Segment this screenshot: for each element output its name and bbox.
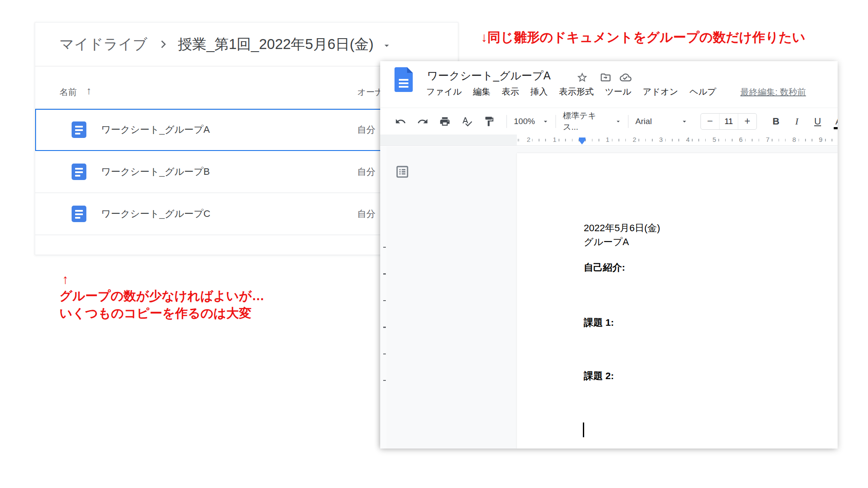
file-owner: 自分 (357, 166, 375, 178)
document-canvas-area: 2022年5月6日(金) グループA 自己紹介: 課題 1: 課題 2: (386, 146, 838, 449)
google-docs-window: ワークシート_グループA ファイル編集表示挿入表示形式ツールアドオンヘルプ 最終… (380, 61, 838, 449)
docs-menubar: ファイル編集表示挿入表示形式ツールアドオンヘルプ (426, 86, 716, 98)
vertical-ruler[interactable] (380, 146, 386, 449)
font-size-stepper: − 11 + (700, 113, 757, 130)
ruler-number: 1 (551, 136, 558, 143)
font-family-select[interactable]: Arial (635, 117, 688, 126)
annotation-top: ↓同じ雛形のドキュメントをグループの数だけ作りたい (481, 29, 806, 46)
document-outline-icon[interactable] (395, 164, 410, 179)
cloud-saved-icon[interactable] (620, 72, 631, 83)
breadcrumb-current-folder[interactable]: 授業_第1回_2022年5月6日(金) (178, 35, 374, 54)
annotation-up-arrow: ↑ (62, 272, 264, 287)
doc-text-task2: 課題 2: (584, 370, 614, 383)
menu-item[interactable]: ファイル (426, 86, 462, 98)
doc-text-date: 2022年5月6日(金) (584, 222, 660, 235)
zoom-select[interactable]: 100% (514, 117, 549, 126)
spellcheck-icon[interactable] (461, 116, 473, 127)
ruler-number: 6 (737, 136, 744, 143)
ruler-ticks (517, 139, 838, 141)
file-name: ワークシート_グループA (101, 123, 210, 136)
google-docs-file-icon (72, 121, 86, 138)
ruler-number: 5 (711, 136, 718, 143)
menu-item[interactable]: 挿入 (530, 86, 548, 98)
indent-marker-icon[interactable] (579, 138, 585, 144)
doc-text-self-intro: 自己紹介: (584, 261, 625, 274)
doc-text-task1: 課題 1: (584, 316, 614, 329)
ruler-number: 9 (817, 136, 824, 143)
last-edit-link[interactable]: 最終編集: 数秒前 (740, 86, 806, 98)
caret-down-icon (681, 118, 688, 125)
toolbar-divider (628, 115, 628, 128)
menu-item[interactable]: ツール (605, 86, 631, 98)
file-owner: 自分 (357, 208, 375, 220)
caret-down-icon (615, 118, 622, 125)
decrease-font-size-button[interactable]: − (701, 115, 719, 127)
breadcrumb-my-drive[interactable]: マイドライブ (59, 35, 148, 54)
undo-icon[interactable] (395, 116, 406, 127)
ruler-number: 2 (631, 136, 638, 143)
vertical-ruler-ticks (383, 247, 386, 382)
font-size-value[interactable]: 11 (719, 114, 738, 129)
horizontal-ruler[interactable]: 21123456789 (380, 134, 838, 146)
bold-button[interactable]: B (772, 116, 780, 127)
paragraph-style-value: 標準テキス... (563, 110, 608, 133)
text-cursor (583, 422, 584, 437)
zoom-value: 100% (514, 117, 535, 126)
star-icon[interactable] (576, 72, 588, 83)
menu-item[interactable]: アドオン (643, 86, 678, 98)
paint-format-icon[interactable] (483, 116, 495, 127)
menu-item[interactable]: 編集 (473, 86, 490, 98)
toolbar-divider (506, 115, 507, 128)
doc-text-group: グループA (584, 236, 629, 249)
paragraph-style-select[interactable]: 標準テキス... (563, 110, 622, 133)
annotation-left-line2: いくつものコピーを作るのは大変 (59, 306, 251, 320)
file-owner: 自分 (357, 124, 375, 136)
caret-down-icon (542, 118, 549, 125)
breadcrumb: マイドライブ 授業_第1回_2022年5月6日(金) (59, 23, 392, 66)
toolbar-divider (556, 115, 556, 128)
document-title[interactable]: ワークシート_グループA (427, 69, 551, 83)
ruler-number: 7 (764, 136, 771, 143)
column-header-owner[interactable]: オーナ (357, 86, 384, 98)
chevron-right-icon (156, 38, 169, 51)
column-header-name[interactable]: 名前 (59, 86, 77, 98)
menu-item[interactable]: 表示 (502, 86, 519, 98)
ruler-number: 2 (525, 136, 532, 143)
file-name: ワークシート_グループC (101, 207, 210, 220)
ruler-number: 8 (791, 136, 798, 143)
google-docs-file-icon (72, 164, 86, 180)
ruler-number: 4 (684, 136, 691, 143)
google-docs-logo-icon[interactable] (395, 67, 413, 92)
font-family-value: Arial (635, 117, 652, 126)
file-name: ワークシート_グループB (101, 165, 210, 178)
annotation-left: ↑ グループの数が少なければよいが… いくつものコピーを作るのは大変 (59, 272, 264, 322)
print-icon[interactable] (439, 116, 450, 127)
move-to-folder-icon[interactable] (600, 72, 612, 83)
menu-item[interactable]: 表示形式 (559, 86, 594, 98)
sort-ascending-icon[interactable]: ↑ (86, 85, 92, 97)
increase-font-size-button[interactable]: + (738, 115, 756, 127)
menu-item[interactable]: ヘルプ (690, 86, 716, 98)
folder-menu-caret-icon[interactable] (381, 40, 392, 51)
italic-button[interactable]: I (792, 116, 801, 127)
underline-button[interactable]: U (813, 116, 822, 127)
docs-toolbar: 100% 標準テキス... Arial − 11 + B I U A (380, 108, 838, 134)
document-page[interactable]: 2022年5月6日(金) グループA 自己紹介: 課題 1: 課題 2: (517, 153, 838, 449)
annotation-left-line1: グループの数が少なければよいが… (59, 289, 264, 303)
redo-icon[interactable] (417, 116, 428, 127)
ruler-number: 1 (604, 136, 611, 143)
text-color-button[interactable]: A (834, 116, 838, 127)
ruler-number: 3 (658, 136, 664, 143)
google-docs-file-icon (72, 206, 86, 222)
